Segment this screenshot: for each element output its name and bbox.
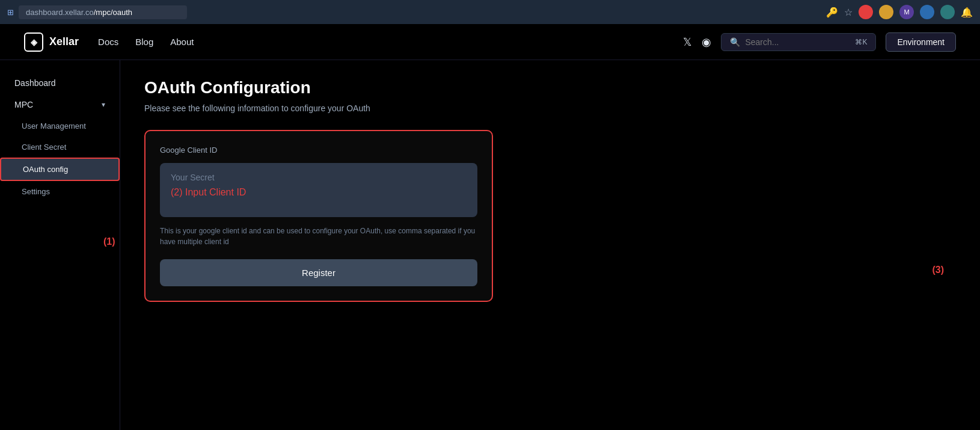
url-path: /mpc/oauth <box>94 8 132 17</box>
main-content: OAuth Configuration Please see the follo… <box>120 60 980 430</box>
register-button[interactable]: Register <box>160 259 477 286</box>
avatar-5[interactable] <box>940 5 955 19</box>
helper-text: This is your google client id and can be… <box>160 226 477 247</box>
sidebar-item-oauth-config[interactable]: OAuth config <box>0 158 120 181</box>
logo[interactable]: ◈ Xellar <box>24 32 79 52</box>
avatar-1[interactable] <box>859 5 873 19</box>
environment-button[interactable]: Environment <box>886 32 956 52</box>
input-client-id-annotation: (2) Input Client ID <box>171 187 467 198</box>
oauth-card: Google Client ID Your Secret (2) Input C… <box>144 130 493 302</box>
avatar-4[interactable] <box>920 5 934 19</box>
url-base: dashboard.xellar.co <box>26 8 94 17</box>
annotation-1: (1) <box>103 236 115 247</box>
star-icon[interactable]: ☆ <box>844 7 853 18</box>
search-bar[interactable]: 🔍 ⌘K <box>721 33 876 51</box>
avatar-2[interactable] <box>879 5 893 19</box>
sidebar-item-user-management[interactable]: User Management <box>0 115 120 137</box>
url-bar[interactable]: dashboard.xellar.co/mpc/oauth <box>19 5 187 19</box>
tab-icon: ⊞ <box>7 8 14 17</box>
search-shortcut: ⌘K <box>855 38 867 46</box>
sidebar-item-settings[interactable]: Settings <box>0 181 120 202</box>
logo-icon: ◈ <box>24 32 43 52</box>
nav-link-docs[interactable]: Docs <box>98 37 118 47</box>
browser-chrome: ⊞ dashboard.xellar.co/mpc/oauth 🔑 ☆ M 🔔 <box>0 0 980 24</box>
sidebar: Dashboard MPC ▾ User Management Client S… <box>0 60 120 430</box>
nav-link-blog[interactable]: Blog <box>135 37 153 47</box>
notification-icon[interactable]: 🔔 <box>961 7 973 18</box>
search-icon: 🔍 <box>730 37 740 47</box>
main-navigation: ◈ Xellar Docs Blog About 𝕏 ◉ 🔍 ⌘K Enviro… <box>0 24 980 60</box>
search-input[interactable] <box>745 37 850 47</box>
page-title: OAuth Configuration <box>144 78 956 97</box>
sidebar-item-mpc[interactable]: MPC ▾ <box>0 94 120 115</box>
sidebar-item-dashboard[interactable]: Dashboard <box>0 72 120 94</box>
avatar-3[interactable]: M <box>899 5 914 19</box>
annotation-3: (3) <box>932 265 944 275</box>
nav-link-about[interactable]: About <box>170 37 194 47</box>
client-id-input-area[interactable]: Your Secret (2) Input Client ID <box>160 163 477 217</box>
google-client-id-label: Google Client ID <box>160 146 477 155</box>
sidebar-item-client-secret[interactable]: Client Secret <box>0 137 120 158</box>
instagram-icon[interactable]: ◉ <box>702 35 711 49</box>
key-icon: 🔑 <box>826 7 838 18</box>
chevron-down-icon: ▾ <box>102 100 105 109</box>
logo-text: Xellar <box>49 35 79 48</box>
page-subtitle: Please see the following information to … <box>144 103 956 113</box>
twitter-icon[interactable]: 𝕏 <box>683 35 692 49</box>
input-placeholder-text: Your Secret <box>171 173 467 182</box>
